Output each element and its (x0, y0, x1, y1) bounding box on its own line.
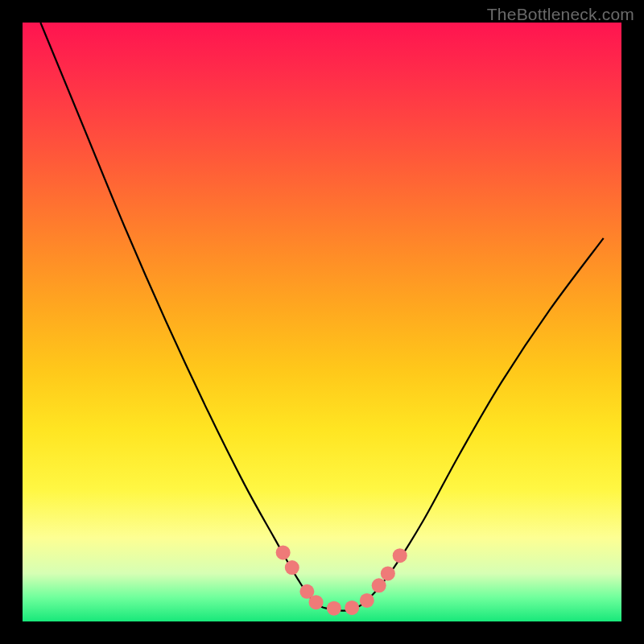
curve-marker (393, 548, 407, 563)
curve-marker (327, 601, 341, 616)
curve-marker (372, 578, 386, 592)
curve-marker (276, 545, 291, 559)
chart-frame: TheBottleneck.com (0, 0, 644, 644)
curve-svg (23, 23, 621, 621)
curve-marker (360, 593, 374, 608)
curve-marker (381, 566, 395, 580)
bottleneck-curve (40, 23, 603, 611)
curve-marker (285, 560, 299, 575)
watermark-text: TheBottleneck.com (487, 5, 634, 24)
marker-group (276, 545, 407, 615)
curve-marker (309, 595, 324, 609)
plot-area (23, 23, 621, 621)
curve-marker (345, 601, 359, 615)
